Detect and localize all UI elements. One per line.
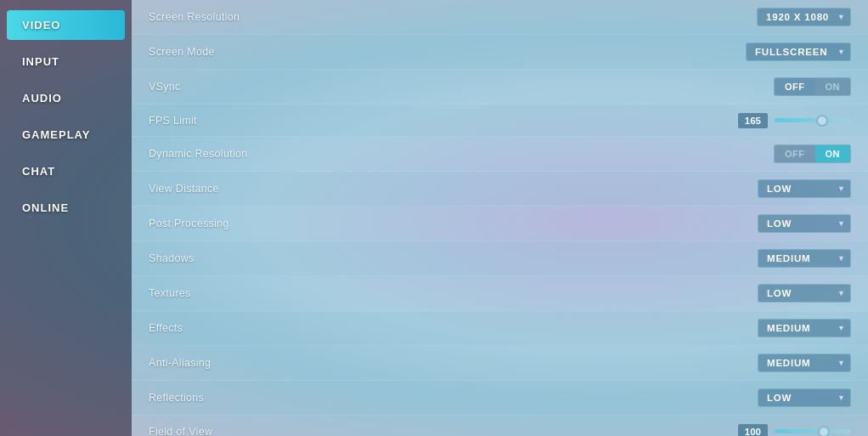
sidebar-item-gameplay[interactable]: GAMEPLAY bbox=[7, 120, 125, 150]
settings-row-view-distance: View DistanceLOWMEDIUMHIGHEPIC bbox=[132, 172, 868, 207]
settings-row-fps-limit: FPS Limit165 bbox=[132, 105, 868, 137]
settings-control-screen-mode: FULLSCREENWINDOWEDBORDERLESS bbox=[746, 42, 851, 61]
settings-control-reflections: LOWMEDIUMHIGHEPIC bbox=[758, 388, 851, 407]
settings-list: Screen Resolution1920 X 10801280 X 72025… bbox=[132, 0, 868, 436]
settings-control-effects: LOWMEDIUMHIGHEPIC bbox=[758, 319, 851, 337]
settings-control-textures: LOWMEDIUMHIGHEPIC bbox=[758, 284, 851, 303]
sidebar-item-label-audio: AUDIO bbox=[22, 92, 62, 105]
sidebar-item-video[interactable]: VIDEO bbox=[7, 10, 125, 40]
settings-control-view-distance: LOWMEDIUMHIGHEPIC bbox=[758, 179, 851, 198]
settings-control-fps-limit: 165 bbox=[738, 113, 851, 128]
slider-value-field-of-view: 100 bbox=[738, 424, 768, 437]
settings-control-screen-resolution: 1920 X 10801280 X 7202560 X 1440 bbox=[757, 8, 851, 26]
dropdown-anti-aliasing[interactable]: LOWMEDIUMHIGHEPIC bbox=[758, 354, 851, 372]
settings-label-shadows: Shadows bbox=[149, 252, 194, 264]
settings-label-screen-mode: Screen Mode bbox=[149, 46, 215, 58]
sidebar-item-audio[interactable]: AUDIO bbox=[7, 83, 125, 113]
settings-row-screen-mode: Screen ModeFULLSCREENWINDOWEDBORDERLESS bbox=[132, 35, 868, 70]
settings-control-vsync: OFFON bbox=[774, 77, 851, 96]
settings-row-post-processing: Post ProcessingLOWMEDIUMHIGHEPIC bbox=[132, 207, 868, 241]
settings-control-post-processing: LOWMEDIUMHIGHEPIC bbox=[758, 214, 851, 233]
settings-row-dynamic-resolution: Dynamic ResolutionOFFON bbox=[132, 137, 868, 172]
settings-label-vsync: VSync bbox=[149, 81, 181, 93]
settings-label-anti-aliasing: Anti-Aliasing bbox=[149, 357, 211, 369]
settings-row-field-of-view: Field of View100 bbox=[132, 416, 868, 436]
dropdown-reflections[interactable]: LOWMEDIUMHIGHEPIC bbox=[758, 388, 851, 407]
slider-field-of-view[interactable] bbox=[775, 429, 851, 433]
dropdown-wrapper-shadows: LOWMEDIUMHIGHEPIC bbox=[758, 249, 851, 268]
settings-label-field-of-view: Field of View bbox=[149, 426, 212, 437]
settings-label-screen-resolution: Screen Resolution bbox=[149, 11, 240, 23]
slider-fps-limit[interactable] bbox=[775, 118, 851, 122]
dropdown-screen-resolution[interactable]: 1920 X 10801280 X 7202560 X 1440 bbox=[757, 8, 851, 26]
dropdown-wrapper-screen-mode: FULLSCREENWINDOWEDBORDERLESS bbox=[746, 42, 851, 61]
dropdown-wrapper-anti-aliasing: LOWMEDIUMHIGHEPIC bbox=[758, 354, 851, 372]
dropdown-wrapper-view-distance: LOWMEDIUMHIGHEPIC bbox=[758, 179, 851, 198]
toggle-vsync: OFFON bbox=[774, 77, 851, 96]
dropdown-post-processing[interactable]: LOWMEDIUMHIGHEPIC bbox=[758, 214, 851, 233]
settings-row-screen-resolution: Screen Resolution1920 X 10801280 X 72025… bbox=[132, 0, 868, 35]
sidebar-item-input[interactable]: INPUT bbox=[7, 47, 125, 76]
dropdown-wrapper-screen-resolution: 1920 X 10801280 X 7202560 X 1440 bbox=[757, 8, 851, 26]
sidebar-item-online[interactable]: ONLINE bbox=[7, 193, 125, 223]
settings-label-post-processing: Post Processing bbox=[149, 218, 229, 229]
slider-value-fps-limit: 165 bbox=[738, 113, 768, 128]
settings-control-shadows: LOWMEDIUMHIGHEPIC bbox=[758, 249, 851, 268]
dropdown-wrapper-effects: LOWMEDIUMHIGHEPIC bbox=[758, 319, 851, 337]
sidebar: VIDEOINPUTAUDIOGAMEPLAYCHATONLINE bbox=[0, 0, 132, 436]
settings-label-textures: Textures bbox=[149, 287, 191, 299]
main-content: Screen Resolution1920 X 10801280 X 72025… bbox=[132, 0, 868, 436]
toggle-btn-dynamic-resolution-on[interactable]: ON bbox=[815, 145, 851, 162]
toggle-dynamic-resolution: OFFON bbox=[774, 144, 851, 163]
sidebar-item-label-chat: CHAT bbox=[22, 165, 55, 178]
settings-row-reflections: ReflectionsLOWMEDIUMHIGHEPIC bbox=[132, 381, 868, 416]
settings-label-reflections: Reflections bbox=[149, 392, 204, 404]
settings-row-vsync: VSyncOFFON bbox=[132, 70, 868, 105]
settings-control-dynamic-resolution: OFFON bbox=[774, 144, 851, 163]
sidebar-item-label-input: INPUT bbox=[22, 55, 59, 68]
toggle-btn-dynamic-resolution-off[interactable]: OFF bbox=[775, 145, 815, 162]
slider-wrapper-fps-limit: 165 bbox=[738, 113, 851, 128]
slider-wrapper-field-of-view: 100 bbox=[738, 424, 851, 437]
settings-label-view-distance: View Distance bbox=[149, 183, 219, 195]
sidebar-item-chat[interactable]: CHAT bbox=[7, 156, 125, 186]
sidebar-item-label-video: VIDEO bbox=[22, 19, 60, 31]
settings-control-anti-aliasing: LOWMEDIUMHIGHEPIC bbox=[758, 354, 851, 372]
dropdown-wrapper-post-processing: LOWMEDIUMHIGHEPIC bbox=[758, 214, 851, 233]
settings-label-dynamic-resolution: Dynamic Resolution bbox=[149, 148, 248, 160]
settings-label-fps-limit: FPS Limit bbox=[149, 115, 197, 127]
dropdown-screen-mode[interactable]: FULLSCREENWINDOWEDBORDERLESS bbox=[746, 42, 851, 61]
dropdown-wrapper-reflections: LOWMEDIUMHIGHEPIC bbox=[758, 388, 851, 407]
toggle-btn-vsync-on[interactable]: ON bbox=[815, 78, 851, 95]
sidebar-item-label-gameplay: GAMEPLAY bbox=[22, 128, 90, 141]
dropdown-textures[interactable]: LOWMEDIUMHIGHEPIC bbox=[758, 284, 851, 303]
settings-row-anti-aliasing: Anti-AliasingLOWMEDIUMHIGHEPIC bbox=[132, 346, 868, 381]
settings-control-field-of-view: 100 bbox=[738, 424, 851, 437]
toggle-btn-vsync-off[interactable]: OFF bbox=[775, 78, 815, 95]
settings-row-shadows: ShadowsLOWMEDIUMHIGHEPIC bbox=[132, 241, 868, 276]
sidebar-item-label-online: ONLINE bbox=[22, 201, 69, 214]
settings-row-effects: EffectsLOWMEDIUMHIGHEPIC bbox=[132, 311, 868, 346]
settings-label-effects: Effects bbox=[149, 322, 183, 334]
dropdown-shadows[interactable]: LOWMEDIUMHIGHEPIC bbox=[758, 249, 851, 268]
dropdown-view-distance[interactable]: LOWMEDIUMHIGHEPIC bbox=[758, 179, 851, 198]
dropdown-wrapper-textures: LOWMEDIUMHIGHEPIC bbox=[758, 284, 851, 303]
dropdown-effects[interactable]: LOWMEDIUMHIGHEPIC bbox=[758, 319, 851, 337]
settings-row-textures: TexturesLOWMEDIUMHIGHEPIC bbox=[132, 276, 868, 311]
